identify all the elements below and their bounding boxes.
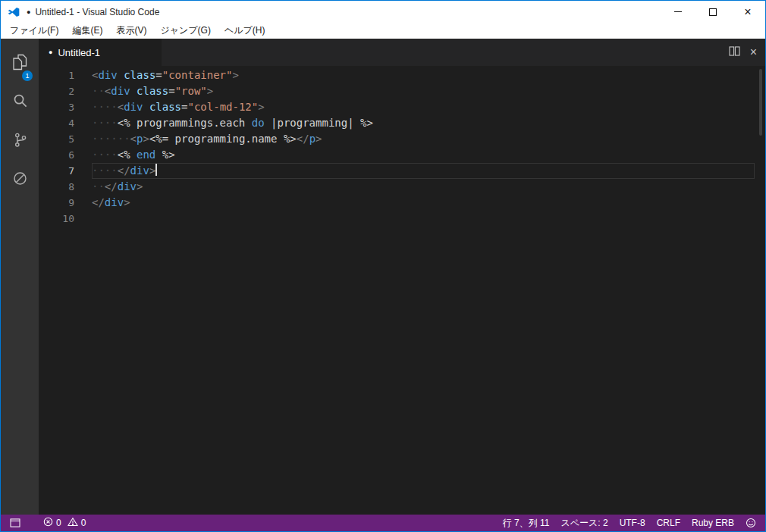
error-icon [43,517,53,529]
indentation-indicator[interactable]: スペース: 2 [560,517,607,530]
code-text[interactable]: ··</div> [92,179,755,195]
language-mode-indicator[interactable]: Ruby ERB [692,518,734,528]
code-line[interactable]: 7····</div> [39,163,765,179]
maximize-button[interactable] [695,1,730,23]
activity-item-debug[interactable] [1,161,39,198]
warning-icon [67,517,78,529]
code-line[interactable]: 2··<div class="row"> [39,83,765,99]
window-title: Untitled-1 - Visual Studio Code [35,7,159,17]
code-text[interactable]: </div> [92,195,755,211]
editor-actions: × [729,39,765,66]
line-number[interactable]: 2 [39,83,74,99]
code-text[interactable]: ····<% programmings.each do |programming… [92,115,755,131]
editor-group: ● Untitled-1 × 1<div class="container">2… [39,39,765,515]
code-line[interactable]: 3····<div class="col-md-12"> [39,99,765,115]
titlebar-modified-dot: ● [27,8,30,16]
line-number[interactable]: 5 [39,131,74,147]
menu-item-go[interactable]: ジャンプ(G) [153,24,217,37]
line-number[interactable]: 8 [39,179,74,195]
error-count[interactable]: 0 [43,517,61,529]
debug-icon [11,170,29,190]
line-number[interactable]: 4 [39,115,74,131]
source-control-icon [11,131,28,152]
status-bar: 0 0 行 7、列 11 スペース: 2 UTF-8 CRLF Ruby ERB [1,515,765,531]
code-line[interactable]: 5······<p><%= programming.name %></p> [39,131,765,147]
editor-lines: 1<div class="container">2··<div class="r… [39,67,765,227]
vscode-logo-icon [8,6,20,18]
code-line[interactable]: 6····<% end %> [39,147,765,163]
vscode-window: ● Untitled-1 - Visual Studio Code × ファイル… [0,0,766,532]
minimize-button[interactable] [661,1,695,23]
code-line[interactable]: 8··</div> [39,179,765,195]
maximize-icon [709,8,717,16]
split-editor-icon[interactable] [729,45,740,59]
feedback-smiley-icon[interactable] [746,518,756,528]
titlebar: ● Untitled-1 - Visual Studio Code × [1,1,765,23]
app-window-icon[interactable] [10,518,20,527]
code-text[interactable]: ····<div class="col-md-12"> [92,99,755,115]
activity-bar: 1 [1,39,39,515]
activity-item-explorer[interactable]: 1 [1,45,39,82]
line-number[interactable]: 7 [39,163,74,179]
menu-item-view[interactable]: 表示(V) [109,24,153,37]
explorer-badge: 1 [22,70,33,81]
error-count-value: 0 [56,518,61,528]
cursor-position-indicator[interactable]: 行 7、列 11 [503,517,550,530]
code-text[interactable]: ····<% end %> [92,147,755,163]
warning-count-value: 0 [81,518,86,528]
code-line[interactable]: 4····<% programmings.each do |programmin… [39,115,765,131]
editor[interactable]: 1<div class="container">2··<div class="r… [39,66,765,515]
search-icon [11,92,29,113]
code-text[interactable]: ··<div class="row"> [92,83,755,99]
line-number[interactable]: 3 [39,99,74,115]
code-line[interactable]: 9</div> [39,195,765,211]
line-number[interactable]: 1 [39,67,74,83]
close-window-button[interactable]: × [730,1,765,23]
statusbar-right: 行 7、列 11 スペース: 2 UTF-8 CRLF Ruby ERB [503,517,756,530]
code-line[interactable]: 1<div class="container"> [39,67,765,83]
code-line[interactable]: 10 [39,211,765,227]
tab-untitled-1[interactable]: ● Untitled-1 [39,39,162,66]
code-text[interactable] [92,211,755,227]
text-cursor [155,163,157,176]
scrollbar[interactable] [759,69,762,136]
code-text[interactable]: ····</div> [92,163,755,179]
tab-label: Untitled-1 [58,47,100,58]
tab-modified-dot: ● [49,49,52,56]
window-controls: × [661,1,765,23]
menu-item-edit[interactable]: 編集(E) [65,24,109,37]
close-editor-icon[interactable]: × [750,46,757,58]
menu-item-help[interactable]: ヘルプ(H) [218,24,272,37]
menubar: ファイル(F) 編集(E) 表示(V) ジャンプ(G) ヘルプ(H) [1,23,765,39]
tabbar: ● Untitled-1 × [39,39,765,66]
line-number[interactable]: 10 [39,211,74,227]
line-number[interactable]: 6 [39,147,74,163]
main-area: 1 [1,39,765,515]
eol-indicator[interactable]: CRLF [657,518,680,528]
activity-item-search[interactable] [1,84,39,120]
encoding-indicator[interactable]: UTF-8 [620,518,645,528]
warning-count[interactable]: 0 [67,517,86,529]
code-text[interactable]: <div class="container"> [92,67,755,83]
minimize-icon [674,11,682,12]
code-text[interactable]: ······<p><%= programming.name %></p> [92,131,755,147]
line-number[interactable]: 9 [39,195,74,211]
menu-item-file[interactable]: ファイル(F) [3,24,65,37]
statusbar-left: 0 0 [10,517,86,529]
activity-item-source-control[interactable] [1,123,39,159]
